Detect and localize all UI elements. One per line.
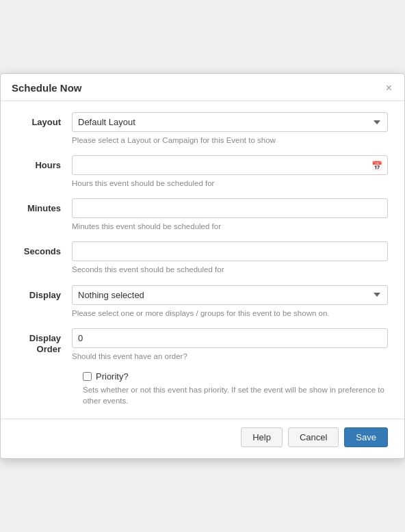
display-hint: Please select one or more displays / gro…	[72, 308, 388, 319]
priority-hint: Sets whether or not this event has prior…	[83, 384, 388, 406]
hours-input[interactable]	[72, 155, 388, 175]
schedule-now-dialog: Schedule Now × Layout Default Layout Ple…	[0, 73, 405, 459]
dialog-header: Schedule Now ×	[1, 74, 404, 101]
minutes-row: Minutes Minutes this event should be sch…	[17, 198, 388, 232]
help-button[interactable]: Help	[241, 427, 283, 447]
minutes-label: Minutes	[17, 198, 72, 213]
save-button[interactable]: Save	[344, 427, 388, 447]
minutes-control: Minutes this event should be scheduled f…	[72, 198, 388, 232]
layout-row: Layout Default Layout Please select a La…	[17, 112, 388, 146]
display-order-label: DisplayOrder	[17, 328, 72, 356]
priority-label[interactable]: Priority?	[96, 371, 129, 382]
close-button[interactable]: ×	[384, 83, 393, 94]
dialog-footer: Help Cancel Save	[1, 418, 404, 458]
layout-select[interactable]: Default Layout	[72, 112, 388, 132]
priority-checkbox[interactable]	[83, 372, 92, 381]
display-select[interactable]: Nothing selected	[72, 285, 388, 305]
hours-hint: Hours this event should be scheduled for	[72, 178, 388, 189]
seconds-input[interactable]	[72, 241, 388, 261]
hours-control: 📅 Hours this event should be scheduled f…	[72, 155, 388, 189]
layout-label: Layout	[17, 112, 72, 127]
priority-checkbox-line: Priority?	[83, 371, 388, 382]
dialog-title: Schedule Now	[12, 82, 82, 94]
seconds-row: Seconds Seconds this event should be sch…	[17, 241, 388, 275]
seconds-hint: Seconds this event should be scheduled f…	[72, 264, 388, 275]
display-order-control: Should this event have an order?	[72, 328, 388, 362]
seconds-control: Seconds this event should be scheduled f…	[72, 241, 388, 275]
cancel-button[interactable]: Cancel	[288, 427, 339, 447]
seconds-label: Seconds	[17, 241, 72, 256]
display-order-input[interactable]	[72, 328, 388, 348]
display-control: Nothing selected Please select one or mo…	[72, 285, 388, 319]
hours-row: Hours 📅 Hours this event should be sched…	[17, 155, 388, 189]
priority-area: Priority? Sets whether or not this event…	[83, 371, 388, 406]
display-row: Display Nothing selected Please select o…	[17, 285, 388, 319]
layout-hint: Please select a Layout or Campaign for t…	[72, 135, 388, 146]
layout-control: Default Layout Please select a Layout or…	[72, 112, 388, 146]
display-order-hint: Should this event have an order?	[72, 351, 388, 362]
dialog-body: Layout Default Layout Please select a La…	[1, 101, 404, 412]
display-label: Display	[17, 285, 72, 300]
display-order-row: DisplayOrder Should this event have an o…	[17, 328, 388, 362]
minutes-input[interactable]	[72, 198, 388, 218]
minutes-hint: Minutes this event should be scheduled f…	[72, 221, 388, 232]
hours-label: Hours	[17, 155, 72, 170]
hours-input-wrap: 📅	[72, 155, 388, 175]
